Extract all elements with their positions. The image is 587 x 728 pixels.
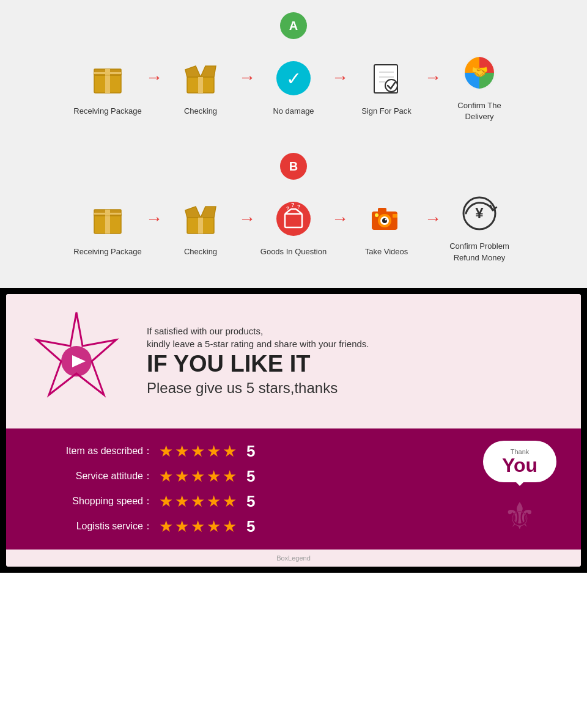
package-icon-a — [86, 57, 129, 100]
svg-marker-6 — [185, 66, 201, 77]
num-shopping-speed: 5 — [246, 492, 255, 511]
open-package-icon-b — [179, 197, 222, 240]
rating-subtitle1: If satisfied with our products, — [147, 326, 563, 336]
refund-icon: ¥ — [458, 192, 501, 235]
svg-text:¥: ¥ — [475, 205, 484, 221]
camera-icon — [365, 197, 408, 240]
rating-row-item-as-described: Item as described： ★ ★ ★ ★ ★ 5 — [31, 442, 255, 461]
rating-title: IF YOU LIKE IT — [147, 351, 563, 377]
stars-logistis-service: ★ ★ ★ ★ ★ — [159, 517, 237, 536]
arrow-2b: → — [238, 209, 256, 229]
footer-text: BoxLegend — [6, 550, 581, 567]
rating-top: If satisfied with our products, kindly l… — [6, 294, 581, 428]
arrow-4b: → — [424, 209, 441, 229]
label-sign-for-pack: Sign For Pack — [361, 106, 412, 117]
package-icon-b — [86, 197, 129, 240]
step-goods-in-question: ? ? ? Goods In Question — [257, 197, 330, 257]
rating-row-logistis-service: Logistis service： ★ ★ ★ ★ ★ 5 — [31, 517, 255, 536]
step-confirm-problem-refund: ¥ Confirm Problem Refund Money — [443, 192, 516, 263]
check-circle-inner: ✓ — [276, 61, 311, 95]
arrow-1a: → — [146, 68, 163, 87]
rating-rows: Item as described： ★ ★ ★ ★ ★ 5 Service a… — [31, 442, 255, 536]
label-confirm-problem-refund: Confirm Problem Refund Money — [449, 241, 509, 263]
svg-marker-22 — [185, 207, 201, 218]
stars-item-as-described: ★ ★ ★ ★ ★ — [159, 442, 237, 461]
label-take-videos: Take Videos — [365, 246, 408, 257]
star-2: ★ — [175, 442, 189, 461]
num-service-attitude: 5 — [246, 467, 255, 486]
label-goods-in-question: Goods In Question — [260, 246, 327, 257]
arrow-2a: → — [238, 68, 256, 87]
thank-you-bubble: Thank You — [483, 441, 556, 482]
num-item-as-described: 5 — [246, 442, 255, 461]
badge-a: A — [280, 12, 307, 39]
step-no-damage: ✓ No damage — [257, 57, 330, 117]
svg-rect-24 — [198, 218, 203, 233]
rating-text-block: If satisfied with our products, kindly l… — [147, 326, 563, 397]
rating-bottom: Item as described： ★ ★ ★ ★ ★ 5 Service a… — [6, 428, 581, 550]
star-logo — [24, 306, 135, 416]
svg-text:?: ? — [286, 205, 290, 211]
rating-subtitle2: kindly leave a 5-star rating and share w… — [147, 339, 563, 349]
label-checking-b: Checking — [184, 246, 217, 257]
stars-service-attitude: ★ ★ ★ ★ ★ — [159, 467, 237, 486]
arrow-4a: → — [424, 68, 441, 87]
arrow-3b: → — [331, 209, 349, 229]
label-service-attitude: Service attitude： — [31, 470, 153, 483]
step-take-videos: Take Videos — [350, 197, 423, 257]
star-5: ★ — [223, 442, 237, 461]
svg-rect-3 — [94, 72, 121, 74]
sign-icon — [365, 57, 408, 100]
label-shopping-speed: Shopping speed： — [31, 495, 153, 508]
svg-marker-7 — [201, 66, 216, 77]
step-confirm-delivery: 🤝 Confirm The Delivery — [443, 51, 516, 122]
label-no-damage: No damage — [273, 106, 314, 117]
svg-point-38 — [385, 219, 387, 221]
label-item-as-described: Item as described： — [31, 445, 153, 458]
label-receiving-a: Receiving Package — [73, 106, 141, 117]
rating-tagline: Please give us 5 stars,thanks — [147, 380, 563, 397]
thank-big-text: You — [498, 455, 542, 475]
step-checking-a: Checking — [164, 57, 237, 117]
rating-section: If satisfied with our products, kindly l… — [0, 288, 587, 573]
star-1: ★ — [159, 442, 173, 461]
label-logistis-service: Logistis service： — [31, 520, 153, 533]
step-receiving-package-a: Receiving Package — [71, 57, 144, 117]
step-checking-b: Checking — [164, 197, 237, 257]
stars-shopping-speed: ★ ★ ★ ★ ★ — [159, 492, 237, 511]
step-sign-for-pack: Sign For Pack — [350, 57, 423, 117]
thank-you-container: Thank You ⚜ — [483, 441, 556, 537]
svg-marker-23 — [201, 207, 216, 218]
svg-point-40 — [375, 213, 378, 217]
process-section-a: A Receiving Package → — [0, 0, 587, 147]
rating-card: If satisfied with our products, kindly l… — [6, 294, 581, 567]
svg-text:?: ? — [291, 202, 295, 208]
rating-row-shopping-speed: Shopping speed： ★ ★ ★ ★ ★ 5 — [31, 492, 255, 511]
star-3: ★ — [191, 442, 205, 461]
decorative-crest: ⚜ — [503, 495, 536, 537]
arrow-3a: → — [331, 68, 349, 87]
svg-text:🤝: 🤝 — [471, 64, 489, 80]
svg-rect-34 — [378, 208, 386, 213]
check-circle-icon: ✓ — [272, 57, 315, 100]
process-section-b: B Receiving Package → — [0, 147, 587, 287]
flow-row-a: Receiving Package → Checking → — [37, 51, 550, 122]
num-logistis-service: 5 — [246, 517, 255, 536]
badge-b: B — [280, 153, 307, 180]
step-receiving-package-b: Receiving Package — [71, 197, 144, 257]
label-checking-a: Checking — [184, 106, 217, 117]
arrow-1b: → — [146, 209, 163, 229]
star-4: ★ — [207, 442, 221, 461]
confirm-delivery-icon: 🤝 — [458, 51, 501, 94]
question-icon: ? ? ? — [272, 197, 315, 240]
svg-rect-19 — [94, 213, 121, 215]
svg-rect-39 — [393, 214, 397, 218]
svg-rect-8 — [198, 77, 203, 93]
label-confirm-delivery: Confirm The Delivery — [443, 100, 516, 122]
label-receiving-b: Receiving Package — [73, 246, 141, 257]
svg-text:?: ? — [297, 204, 301, 210]
open-package-icon-a — [179, 57, 222, 100]
flow-row-b: Receiving Package → Checking → — [37, 192, 550, 263]
rating-row-service-attitude: Service attitude： ★ ★ ★ ★ ★ 5 — [31, 467, 255, 486]
